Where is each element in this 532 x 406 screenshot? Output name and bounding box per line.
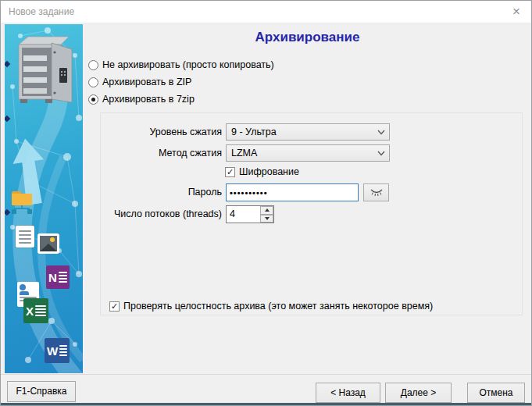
show-password-button[interactable] bbox=[363, 183, 389, 201]
threads-input[interactable] bbox=[227, 207, 259, 222]
radio-no-archive[interactable]: Не архивировать (просто копировать) bbox=[88, 59, 274, 71]
radio-archive-7zip[interactable]: Архивировать в 7zip bbox=[88, 93, 195, 105]
document-icon bbox=[16, 226, 34, 248]
checkbox-checked-icon: ✓ bbox=[225, 167, 235, 177]
stepper-down-button[interactable] bbox=[260, 215, 273, 223]
window-title: Новое задание bbox=[9, 6, 74, 17]
close-icon: × bbox=[512, 4, 520, 19]
network-folder-icon bbox=[12, 191, 34, 215]
checkbox-checked-icon: ✓ bbox=[109, 301, 120, 312]
radio-label: Не архивировать (просто копировать) bbox=[102, 59, 274, 70]
image-icon bbox=[37, 233, 59, 254]
eye-closed-icon bbox=[370, 188, 384, 197]
page-title: Архивирование bbox=[87, 30, 528, 45]
compression-method-select[interactable]: LZMA bbox=[226, 144, 390, 162]
excel-icon: X bbox=[23, 298, 48, 323]
compression-method-value: LZMA bbox=[231, 148, 257, 158]
threads-stepper[interactable] bbox=[226, 205, 274, 223]
onenote-icon: N bbox=[46, 265, 70, 289]
title-bar: Новое задание × bbox=[1, 1, 531, 23]
chevron-down-icon bbox=[377, 151, 385, 156]
stepper-up-button[interactable] bbox=[260, 206, 273, 215]
verify-label: Проверять целостность архива (это может … bbox=[123, 301, 433, 312]
new-task-dialog: Новое задание × bbox=[0, 0, 532, 406]
radio-circle-icon bbox=[88, 77, 98, 87]
triangle-down-icon bbox=[265, 217, 270, 220]
verify-checkbox[interactable]: ✓ Проверять целостность архива (это може… bbox=[109, 301, 433, 312]
radio-label: Архивировать в 7zip bbox=[102, 94, 195, 105]
help-button[interactable]: F1-Справка bbox=[7, 381, 76, 402]
triangle-up-icon bbox=[265, 208, 270, 212]
chevron-down-icon bbox=[377, 130, 385, 135]
safe-illustration bbox=[11, 32, 77, 106]
threads-label: Число потоков (threads) bbox=[85, 205, 222, 223]
compression-method-label: Метод сжатия bbox=[85, 144, 222, 162]
radio-label: Архивировать в ZIP bbox=[102, 77, 191, 87]
compression-level-select[interactable]: 9 - Ультра bbox=[226, 123, 390, 141]
footer-separator bbox=[1, 374, 531, 375]
radio-archive-zip[interactable]: Архивировать в ZIP bbox=[88, 76, 191, 88]
password-label: Пароль bbox=[85, 183, 222, 201]
word-icon: W bbox=[45, 338, 70, 363]
password-input[interactable] bbox=[226, 183, 359, 201]
next-button[interactable]: Далее > bbox=[385, 383, 452, 403]
compression-level-label: Уровень сжатия bbox=[85, 123, 222, 141]
encryption-label: Шифрование bbox=[239, 166, 299, 177]
sidebar-artwork: N X W bbox=[5, 24, 83, 373]
back-button[interactable]: < Назад bbox=[316, 383, 380, 403]
compression-level-value: 9 - Ультра bbox=[231, 126, 277, 137]
radio-circle-icon bbox=[88, 60, 98, 70]
encryption-checkbox[interactable]: ✓ Шифрование bbox=[225, 166, 299, 177]
radio-selected-icon bbox=[88, 94, 98, 105]
close-button[interactable]: × bbox=[508, 3, 525, 20]
cancel-button[interactable]: Отмена bbox=[467, 383, 525, 403]
